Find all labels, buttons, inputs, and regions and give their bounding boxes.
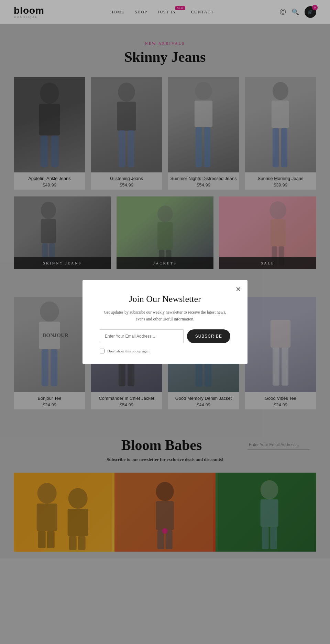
dont-show-label: Don't show this popup again [107,349,150,353]
modal-checkbox-row: Don't show this popup again [100,349,230,353]
modal-close-button[interactable]: ✕ [235,285,241,293]
modal-description: Get updates by subscribe our weekly news… [100,309,230,322]
newsletter-modal: ✕ Join Our Newsletter Get updates by sub… [82,280,248,363]
modal-email-input[interactable] [100,329,184,343]
modal-subscribe-button[interactable]: SUBSCRIBE [187,329,230,343]
modal-overlay: ✕ Join Our Newsletter Get updates by sub… [0,0,330,558]
modal-title: Join Our Newsletter [100,294,230,304]
modal-form: SUBSCRIBE [100,329,230,343]
dont-show-checkbox[interactable] [100,349,104,353]
